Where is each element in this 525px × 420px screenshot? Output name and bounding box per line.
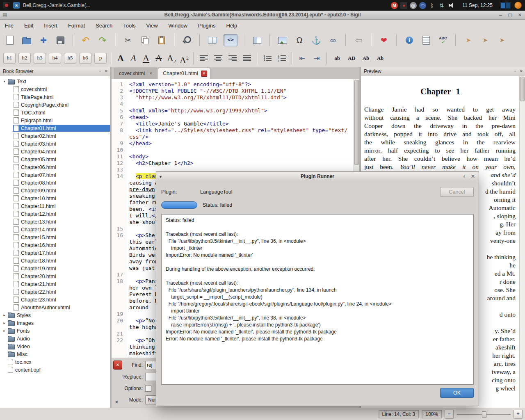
tree-item-toc-ncx[interactable]: toc.ncx (0, 358, 110, 366)
menu-plugins[interactable]: Plugins (198, 23, 216, 29)
tree-item-chapter18-html[interactable]: Chapter18.html (0, 257, 110, 265)
dock-close-icon[interactable]: ✕ (105, 67, 108, 75)
split-view-icon[interactable] (251, 34, 263, 46)
heading-2-button[interactable]: h2 (18, 53, 31, 64)
tree-item-content-opf[interactable]: content.opf (0, 366, 110, 374)
menu-insert[interactable]: Insert (44, 23, 57, 29)
align-justify-icon[interactable] (241, 52, 253, 64)
tree-folder-audio[interactable]: Audio (0, 335, 110, 342)
tree-item-chapter22-html[interactable]: Chapter22.html (0, 288, 110, 296)
plugin-2-icon[interactable]: ➤ (479, 34, 491, 46)
window-titlebar[interactable]: ▤ Bell,Gregg.-Jamie's.Gamble(Smashwords.… (0, 11, 525, 20)
menu-search[interactable]: Search (96, 23, 112, 29)
code-line[interactable]: 3 "http://www.w3.org/TR/xhtml11/DTD/xhtm… (112, 94, 354, 101)
ok-button[interactable]: OK (440, 388, 474, 398)
dialog-menu-arrow-icon[interactable]: ▾ (160, 172, 162, 181)
redo-icon[interactable]: ↷ (97, 34, 108, 46)
tree-item-abouttheauthor-xhtml[interactable]: AbouttheAuthor.xhtml (0, 304, 110, 311)
anchor-icon[interactable]: ⚓ (310, 34, 322, 46)
metadata-editor-icon[interactable]: i (404, 34, 415, 46)
plugin-output-log[interactable]: Status: failed Traceback (most recent ca… (161, 214, 474, 385)
align-right-icon[interactable] (227, 52, 238, 64)
menu-format[interactable]: Format (68, 23, 85, 29)
tree-item-chapter19-html[interactable]: Chapter19.html (0, 265, 110, 272)
tray-orange-icon[interactable] (514, 2, 522, 9)
menu-window[interactable]: Window (169, 23, 187, 29)
code-line[interactable]: 5<html xmlns="http://www.w3.org/1999/xht… (112, 107, 354, 114)
save-icon[interactable] (55, 34, 66, 46)
book-view-icon[interactable] (207, 34, 218, 46)
code-line[interactable]: 9</head> (112, 140, 354, 147)
tab-close-icon[interactable]: ✕ (201, 71, 207, 77)
italic-button[interactable]: A (128, 52, 138, 64)
zoom-out-button[interactable]: − (445, 410, 454, 419)
expand-find-icon[interactable]: » (113, 401, 119, 404)
zoom-slider[interactable] (457, 410, 511, 418)
clock[interactable]: 11 Sep, 12:25 (462, 2, 493, 8)
new-file-icon[interactable] (4, 34, 16, 46)
tree-item-epigraph-html[interactable]: Epigraph.html (0, 116, 110, 124)
code-line[interactable]: 2<!DOCTYPE html PUBLIC "-//W3C//DTD XHTM… (112, 88, 354, 94)
bold-button[interactable]: A (116, 52, 126, 64)
options-checkbox[interactable] (145, 386, 151, 392)
zoom-in-button[interactable]: + (514, 410, 523, 419)
paste-icon[interactable] (156, 34, 167, 46)
menu-tools[interactable]: Tools (123, 23, 135, 29)
dialog-titlebar[interactable]: ▾ Plugin Runner + ✕ (156, 172, 479, 182)
menu-view[interactable]: View (146, 23, 158, 29)
reports-icon[interactable] (420, 34, 432, 46)
indent-icon[interactable]: ⇥ (311, 52, 322, 64)
spellcheck-icon[interactable]: ABC✓ (437, 34, 449, 46)
tree-item-chapter09-html[interactable]: Chapter09.html (0, 187, 110, 194)
tree-item-copyrightpage-xhtml[interactable]: CopyrightPage.xhtml (0, 101, 110, 109)
tree-item-chapter13-html[interactable]: Chapter13.html (0, 218, 110, 226)
sigil-taskbar-icon[interactable]: S (13, 2, 20, 9)
tab-close-icon[interactable]: ✕ (148, 71, 154, 77)
tree-item-chapter16-html[interactable]: Chapter16.html (0, 241, 110, 249)
tree-item-cover-xhtml[interactable]: cover.xhtml (0, 85, 110, 93)
lowercase-button[interactable]: ab (331, 53, 343, 64)
special-characters-icon[interactable]: Ω (294, 34, 305, 46)
tree-folder-images[interactable]: ▸Images (0, 319, 110, 327)
tree-item-toc-xhtml[interactable]: TOC.xhtml (0, 109, 110, 116)
code-line[interactable]: 8 <link href="../Styles/stylesheet.css" … (112, 127, 354, 134)
workspace-pager[interactable] (500, 2, 511, 9)
menu-edit[interactable]: Edit (24, 23, 33, 29)
heading-1-button[interactable]: h1 (3, 53, 16, 64)
tree-item-chapter02-html[interactable]: Chapter02.html (0, 132, 110, 140)
code-line[interactable]: 11<body> (112, 153, 354, 160)
tree-item-chapter17-html[interactable]: Chapter17.html (0, 249, 110, 257)
plugin-3-icon[interactable]: ➤ (496, 34, 508, 46)
find-replace-icon[interactable] (181, 34, 193, 46)
taskbar-window-button[interactable]: Bell,Gregg.-Jamie's.Gamble(... (23, 2, 90, 8)
superscript-button[interactable]: A2 (179, 52, 189, 64)
tree-item-chapter01-html[interactable]: Chapter01.html (0, 124, 110, 132)
heading-5-button[interactable]: h5 (64, 53, 76, 64)
tree-item-chapter11-html[interactable]: Chapter11.html (0, 202, 110, 210)
zoom-slider-thumb[interactable] (482, 411, 486, 418)
dock-float-icon[interactable]: ▫ (514, 67, 516, 75)
browser-tray-icon[interactable]: ◠ (419, 2, 426, 9)
tree-item-titlepage-html[interactable]: TitlePage.html (0, 93, 110, 101)
insert-image-icon[interactable] (277, 34, 288, 46)
tree-folder-styles[interactable]: ▸Styles (0, 311, 110, 319)
code-view-icon[interactable]: <> (224, 34, 237, 46)
tree-item-chapter12-html[interactable]: Chapter12.html (0, 210, 110, 218)
tree-item-chapter20-html[interactable]: Chapter20.html (0, 272, 110, 280)
subscript-button[interactable]: A2 (167, 52, 176, 64)
outdent-icon[interactable]: ⇤ (297, 52, 308, 64)
plugin-1-icon[interactable]: ➤ (463, 34, 474, 46)
tab-chapter01-html[interactable]: Chapter01.html✕ (158, 68, 210, 79)
code-line[interactable]: css"/> (112, 134, 354, 140)
align-center-icon[interactable] (212, 52, 224, 64)
code-line[interactable]: 4 (112, 101, 354, 107)
dark-app-tray-icon[interactable]: ● (400, 2, 407, 9)
tree-item-chapter14-html[interactable]: Chapter14.html (0, 226, 110, 233)
dialog-close-icon[interactable]: ✕ (471, 172, 475, 181)
align-left-icon[interactable] (198, 52, 210, 64)
preview-scrollbar-thumb[interactable] (520, 77, 525, 101)
tree-item-chapter04-html[interactable]: Chapter04.html (0, 148, 110, 155)
strikethrough-button[interactable]: A (154, 52, 164, 64)
capitalize-button[interactable]: Ab (374, 53, 386, 64)
tree-item-chapter15-html[interactable]: Chapter15.html (0, 233, 110, 241)
